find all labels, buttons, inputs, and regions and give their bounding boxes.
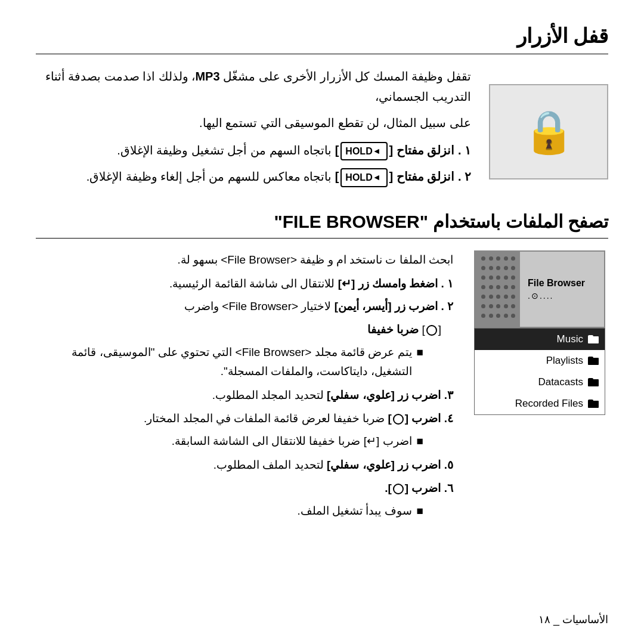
lock-step2: ٢ . انزلق مفتاح [◄ HOLD] باتجاه معاكس لل… xyxy=(36,166,471,187)
circle-icon-1 xyxy=(426,325,437,336)
lock-step1: ١ . انزلق مفتاح [◄ HOLD] باتجاه السهم من… xyxy=(36,140,471,160)
menu-label-playlists: Playlists xyxy=(546,355,583,367)
hold-badge-1: ◄ HOLD xyxy=(340,142,387,160)
screen-inner: File Browser ....⊙. xyxy=(475,252,604,327)
screen-text: File Browser ....⊙. xyxy=(523,252,604,327)
menu-label-music: Music xyxy=(557,333,583,345)
fb-title: تصفح الملفات باستخدام "FILE BROWSER" xyxy=(36,211,608,232)
fb-instructions: ابحث الملفا ت ناستخد ام و ظيفة <File Bro… xyxy=(36,250,453,525)
page: قفل الأزرار 🔒 تقفل وظيفة المسك كل الأزرا… xyxy=(0,0,644,644)
menu-label-recorded: Recorded Files xyxy=(515,398,583,410)
menu-label-datacasts: Datacasts xyxy=(538,376,583,388)
menu-item-playlists: Playlists xyxy=(475,350,605,371)
folder-icon-recorded xyxy=(588,400,599,408)
menu-item-recorded: Recorded Files xyxy=(475,393,605,414)
circle-icon-2 xyxy=(393,414,404,425)
lock-title: قفل الأزرار xyxy=(36,24,608,48)
menu-list: Music Playlists Datacasts Recorded Files xyxy=(474,328,605,415)
fb-step4: ٤. اضرب [] ضربا خفيفا لعرض قائمة الملفات… xyxy=(36,409,453,428)
folder-icon-datacasts xyxy=(588,378,599,386)
lock-intro-2: على سبيل المثال، لن تقطع الموسيقى التي ت… xyxy=(36,113,471,133)
footer-label: الأساسيات _ xyxy=(553,614,608,626)
fb-bullet2: اضرب [↵] ضربا خفيفا للانتقال الى الشاشة … xyxy=(36,432,453,451)
dot-grid xyxy=(475,252,520,327)
hold-badge-2: ◄ HOLD xyxy=(340,168,387,187)
lock-intro-1: تقفل وظيفة المسك كل الأزرار الأخرى على م… xyxy=(36,66,471,107)
fb-bullet3: سوف يبدأ تشغيل الملف. xyxy=(36,501,453,521)
divider-2 xyxy=(36,238,608,239)
fb-step2-cont: [] ضربا خفيفا xyxy=(36,320,453,339)
menu-item-datacasts: Datacasts xyxy=(475,371,605,393)
fb-content: File Browser ....⊙. Music Playlists xyxy=(36,250,608,525)
footer: الأساسيات _ ١٨ xyxy=(36,613,608,626)
screen-title-label: File Browser xyxy=(528,278,599,289)
fb-intro: ابحث الملفا ت ناستخد ام و ظيفة <File Bro… xyxy=(36,250,453,270)
device-screen: File Browser ....⊙. xyxy=(474,250,605,328)
fb-step5: ٥. اضرب زر [علوي، سفلي] لتحديد الملف الم… xyxy=(36,456,453,475)
fb-device-area: File Browser ....⊙. Music Playlists xyxy=(471,250,608,415)
fb-step2: ٢ . اضرب زر [أيسر، أيمن] لاختيار <File B… xyxy=(36,297,453,316)
folder-icon-playlists xyxy=(588,357,599,365)
screen-dots: ....⊙. xyxy=(528,291,599,301)
section-filebrowser: تصفح الملفات باستخدام "FILE BROWSER" xyxy=(36,211,608,525)
fb-step1: ١ . اضغط وامسك زر [↵] للانتقال الى شاشة … xyxy=(36,274,453,293)
fb-step6: ٦. اضرب []. xyxy=(36,479,453,498)
lock-image: 🔒 xyxy=(489,84,608,179)
lock-icon: 🔒 xyxy=(523,107,575,156)
lock-text: تقفل وظيفة المسك كل الأزرار الأخرى على م… xyxy=(36,66,471,193)
footer-number: ١٨ xyxy=(538,614,550,626)
menu-item-music: Music xyxy=(475,329,605,350)
fb-bullet1: يتم عرض قائمة مجلد <File Browser> التي ت… xyxy=(36,343,453,382)
circle-icon-3 xyxy=(393,484,404,494)
fb-step3: ٣. اضرب زر [علوي، سفلي] لتحديد المجلد ال… xyxy=(36,386,453,405)
folder-icon-music xyxy=(588,335,599,343)
section-lock: قفل الأزرار 🔒 تقفل وظيفة المسك كل الأزرا… xyxy=(36,24,608,193)
page-number: الأساسيات _ ١٨ xyxy=(538,613,608,626)
lock-content: 🔒 تقفل وظيفة المسك كل الأزرار الأخرى على… xyxy=(36,66,608,193)
divider-1 xyxy=(36,54,608,54)
